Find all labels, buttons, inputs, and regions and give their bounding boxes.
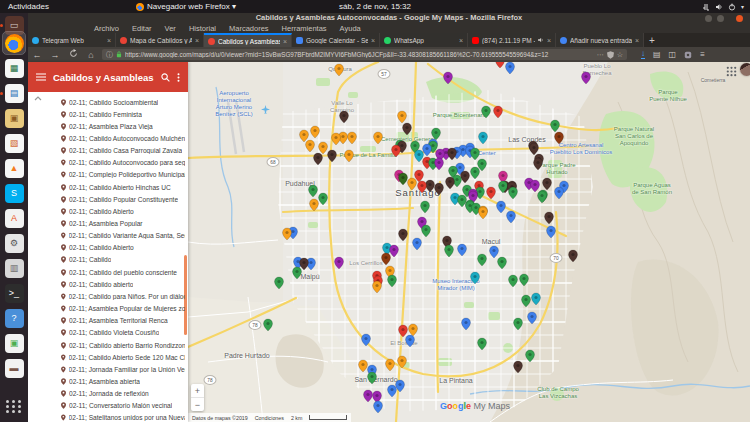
map-pin[interactable] — [494, 106, 503, 118]
map-pin[interactable] — [408, 178, 417, 190]
map-pin[interactable] — [368, 372, 377, 384]
hamburger-icon[interactable] — [36, 73, 46, 81]
map-pin[interactable] — [569, 250, 578, 262]
library-icon[interactable]: ▤ — [653, 50, 661, 59]
map-pin[interactable] — [478, 338, 487, 350]
map-pin[interactable] — [348, 132, 357, 144]
list-item[interactable]: 02-11; Cabildo Autoconvocado para segu..… — [61, 157, 185, 169]
firefox-icon[interactable] — [3, 32, 25, 54]
image-viewer-icon[interactable]: ▣ — [3, 107, 25, 129]
map-pin[interactable] — [319, 142, 328, 154]
map-pin[interactable] — [497, 201, 506, 213]
map-pin[interactable] — [319, 193, 328, 205]
map-pin[interactable] — [409, 324, 418, 336]
list-item[interactable]: 02-11; Cabildo Abierto Sede 120 Mac Clel… — [61, 351, 185, 363]
map-pin[interactable] — [399, 325, 408, 337]
menu-archivo[interactable]: Archivo — [94, 24, 119, 33]
home-button[interactable]: ⌂ — [82, 50, 100, 60]
map-pin[interactable] — [471, 272, 480, 284]
tab-close-icon[interactable]: × — [371, 37, 375, 44]
tab-google-calendar-sema[interactable]: Google Calendar - Sema× — [292, 33, 380, 47]
map-pin[interactable] — [528, 312, 537, 324]
map-pin[interactable] — [374, 401, 383, 413]
tab-mapa-de-cabildos-y-asa[interactable]: Mapa de Cabildos y Asa× — [116, 33, 204, 47]
map-pin[interactable] — [413, 238, 422, 250]
map-pin[interactable] — [426, 180, 435, 192]
menu-marcadores[interactable]: Marcadores — [229, 24, 269, 33]
map-pin[interactable] — [388, 385, 397, 397]
menu-ver[interactable]: Ver — [165, 24, 176, 33]
back-button[interactable]: ← — [28, 50, 46, 60]
list-item[interactable]: 02-11; Cabildo abierto — [61, 278, 185, 290]
terms-link[interactable]: Condiciones — [255, 415, 284, 421]
map-pin[interactable] — [509, 275, 518, 287]
map-pin[interactable] — [520, 274, 529, 286]
map-pin[interactable] — [526, 350, 535, 362]
map-pin[interactable] — [582, 72, 591, 84]
list-item[interactable]: 02-11; Cabildo del pueblo consciente — [61, 266, 185, 278]
map-pin[interactable] — [435, 158, 444, 170]
list-item[interactable]: 02-11; Cabildo Violeta Cousiño — [61, 327, 185, 339]
map-canvas[interactable]: QuilicuraValle Lo CampinoAeropuerto Inte… — [188, 62, 750, 422]
help-icon[interactable]: ? — [3, 307, 25, 329]
sidebar-toggle-icon[interactable]: ◫ — [669, 50, 677, 59]
map-pin[interactable] — [390, 245, 399, 257]
map-pin[interactable] — [538, 191, 547, 203]
titlebar[interactable]: Cabildos y Asambleas Autoconvocadas - Go… — [28, 13, 750, 23]
map-pin[interactable] — [345, 150, 354, 162]
ubuntu-software-icon[interactable]: A — [3, 207, 25, 229]
map-pin[interactable] — [359, 360, 368, 372]
map-pin[interactable] — [364, 390, 373, 402]
pocket-shield-icon[interactable] — [607, 51, 614, 59]
extension-icon[interactable] — [684, 51, 692, 59]
site-info-icon[interactable]: ⓘ — [106, 50, 113, 60]
map-pin[interactable] — [543, 178, 552, 190]
tab-close-icon[interactable]: × — [459, 37, 463, 44]
map-pin[interactable] — [332, 133, 341, 145]
map-pin[interactable] — [444, 72, 453, 84]
list-item[interactable]: 02-11; Cabildo Variante Agua Santa, Sede… — [61, 230, 185, 242]
map-pin[interactable] — [462, 318, 471, 330]
libreoffice-writer-icon[interactable]: ▤ — [3, 82, 25, 104]
menu-ayuda[interactable]: Ayuda — [340, 24, 361, 33]
map-pin[interactable] — [445, 245, 454, 257]
map-pin[interactable] — [435, 183, 444, 195]
tab-close-icon[interactable]: × — [283, 38, 287, 45]
map-pin[interactable] — [399, 229, 408, 241]
tab-close-icon[interactable]: × — [635, 37, 639, 44]
map-pin[interactable] — [310, 199, 319, 211]
map-pin[interactable] — [545, 212, 554, 224]
list-item[interactable]: 02-11; Asamblea Popular — [61, 218, 185, 230]
map-pin[interactable] — [448, 148, 457, 160]
map-pin[interactable] — [335, 257, 344, 269]
map-pin[interactable] — [555, 132, 564, 144]
map-pin[interactable] — [458, 195, 467, 207]
map-pin[interactable] — [300, 130, 309, 142]
map-pin[interactable] — [482, 106, 491, 118]
map-pin[interactable] — [531, 180, 540, 192]
map-pin[interactable] — [306, 140, 315, 152]
map-pin[interactable] — [471, 148, 480, 160]
archive-manager-icon[interactable]: ▥ — [3, 257, 25, 279]
map-pin[interactable] — [547, 226, 556, 238]
libreoffice-calc-icon[interactable]: ▦ — [3, 57, 25, 79]
list-item[interactable]: 02-11; Jornada de reflexión — [61, 388, 185, 400]
map-pin[interactable] — [293, 267, 302, 279]
list-item[interactable]: 02-11; Cabildo para Niños. Por un diálog… — [61, 290, 185, 302]
map-pin[interactable] — [311, 126, 320, 138]
reload-button[interactable] — [64, 49, 82, 60]
skype-icon[interactable]: S — [3, 182, 25, 204]
map-pin[interactable] — [532, 293, 541, 305]
tab-audio-icon[interactable] — [538, 37, 544, 43]
map-pin[interactable] — [399, 173, 408, 185]
menu-herramientas[interactable]: Herramientas — [282, 24, 327, 33]
tab-close-icon[interactable]: × — [195, 37, 199, 44]
zoom-in-button[interactable]: + — [191, 384, 204, 398]
maximize-button[interactable] — [717, 15, 724, 22]
map-pin[interactable] — [522, 295, 531, 307]
map-pin[interactable] — [362, 334, 371, 346]
map-pin[interactable] — [461, 171, 470, 183]
map-pin[interactable] — [479, 132, 488, 144]
page-actions-icon[interactable]: ⋯ — [597, 51, 604, 59]
list-item[interactable]: 02-11; Complejo Polideportivo Municipal … — [61, 169, 185, 181]
